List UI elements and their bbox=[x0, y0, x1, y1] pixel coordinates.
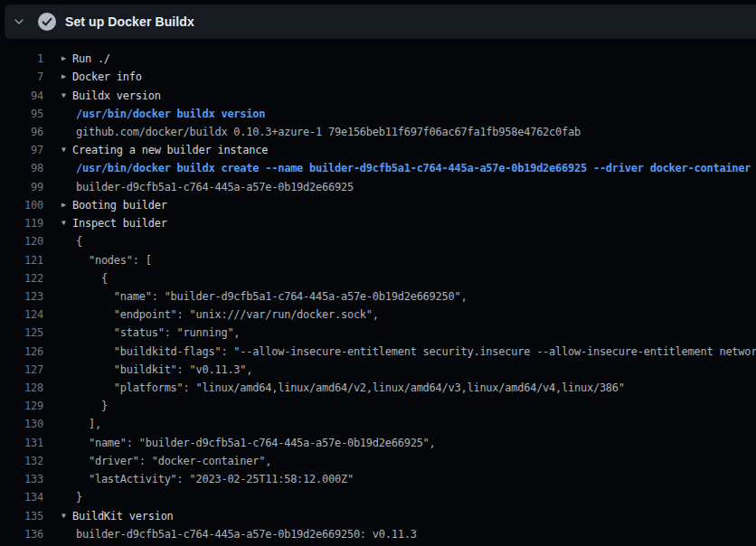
line-number[interactable]: 136 bbox=[0, 528, 43, 541]
line-number[interactable]: 119 bbox=[0, 217, 43, 230]
triangle-expanded-icon[interactable]: ▼ bbox=[61, 220, 72, 227]
line-number[interactable]: 120 bbox=[0, 235, 43, 248]
log-line-row: 129 } bbox=[0, 397, 756, 415]
line-number[interactable]: 122 bbox=[0, 272, 43, 285]
line-number[interactable]: 131 bbox=[0, 437, 43, 449]
step-title: Set up Docker Buildx bbox=[65, 14, 194, 29]
log-group-row[interactable]: 119▼Inspect builder bbox=[0, 214, 756, 232]
triangle-expanded-icon[interactable]: ▼ bbox=[61, 146, 72, 154]
line-number[interactable]: 128 bbox=[0, 381, 43, 394]
group-label[interactable]: Docker info bbox=[72, 71, 142, 83]
line-number[interactable]: 132 bbox=[0, 455, 43, 467]
log-line-row: 95/usr/bin/docker buildx version bbox=[0, 105, 756, 123]
log-line-row: 98/usr/bin/docker buildx create --name b… bbox=[0, 159, 756, 177]
step-header[interactable]: Set up Docker Buildx bbox=[5, 5, 756, 39]
line-number[interactable]: 123 bbox=[0, 290, 43, 303]
line-number[interactable]: 130 bbox=[0, 418, 43, 430]
triangle-collapsed-icon[interactable]: ▶ bbox=[61, 73, 72, 80]
triangle-collapsed-icon[interactable]: ▶ bbox=[61, 202, 72, 209]
line-number[interactable]: 95 bbox=[0, 108, 43, 120]
group-label[interactable]: BuildKit version bbox=[72, 510, 174, 522]
actions-log-viewer: Set up Docker Buildx 1▶Run ./7▶Docker in… bbox=[0, 0, 756, 546]
group-label[interactable]: Run ./ bbox=[72, 52, 110, 65]
log-line-row: 134} bbox=[0, 488, 756, 506]
log-line-row: 128 "platforms": "linux/amd64,linux/amd6… bbox=[0, 379, 756, 397]
log-line-row: 132 "driver": "docker-container", bbox=[0, 452, 756, 470]
line-number[interactable]: 100 bbox=[0, 199, 43, 212]
log-group-row[interactable]: 97▼Creating a new builder instance bbox=[0, 141, 756, 159]
line-number[interactable]: 97 bbox=[0, 144, 43, 156]
line-number[interactable]: 124 bbox=[0, 308, 43, 321]
group-label[interactable]: Booting builder bbox=[72, 199, 167, 212]
line-number[interactable]: 125 bbox=[0, 326, 43, 339]
log-text: "buildkit": "v0.11.3", bbox=[76, 363, 252, 376]
log-line-row: 99builder-d9cfb5a1-c764-445a-a57e-0b19d2… bbox=[0, 178, 756, 196]
log-text: builder-d9cfb5a1-c764-445a-a57e-0b19d2e6… bbox=[76, 181, 354, 193]
log-text: "status": "running", bbox=[76, 326, 240, 339]
line-number[interactable]: 126 bbox=[0, 345, 43, 358]
log-group-row[interactable]: 100▶Booting builder bbox=[0, 196, 756, 214]
line-number[interactable]: 98 bbox=[0, 162, 43, 174]
line-number[interactable]: 129 bbox=[0, 400, 43, 412]
log-line-row: 126 "buildkitd-flags": "--allow-insecure… bbox=[0, 343, 756, 361]
log-text: "buildkitd-flags": "--allow-insecure-ent… bbox=[76, 345, 756, 358]
line-number[interactable]: 7 bbox=[0, 71, 43, 83]
log-text: "name": "builder-d9cfb5a1-c764-445a-a57e… bbox=[76, 290, 467, 303]
triangle-expanded-icon[interactable]: ▼ bbox=[61, 513, 72, 520]
log-text: "driver": "docker-container", bbox=[76, 455, 271, 467]
log-line-row: 136builder-d9cfb5a1-c764-445a-a57e-0b19d… bbox=[0, 525, 756, 543]
line-number[interactable]: 127 bbox=[0, 363, 43, 376]
log-line-row: 133 "lastActivity": "2023-02-25T11:58:12… bbox=[0, 470, 756, 488]
line-number[interactable]: 96 bbox=[0, 126, 43, 138]
line-number[interactable]: 1 bbox=[0, 52, 43, 65]
line-number[interactable]: 121 bbox=[0, 254, 43, 267]
log-text: builder-d9cfb5a1-c764-445a-a57e-0b19d2e6… bbox=[76, 528, 417, 541]
log-line-row: 127 "buildkit": "v0.11.3", bbox=[0, 361, 756, 379]
log-line-row: 130 ], bbox=[0, 415, 756, 433]
log-line-row: 120{ bbox=[0, 232, 756, 250]
log-line-row: 96github.com/docker/buildx 0.10.3+azure-… bbox=[0, 123, 756, 141]
line-number[interactable]: 133 bbox=[0, 473, 43, 485]
group-label[interactable]: Creating a new builder instance bbox=[72, 144, 268, 156]
chevron-down-icon[interactable] bbox=[14, 16, 24, 27]
command-text: /usr/bin/docker buildx version bbox=[76, 108, 265, 120]
line-number[interactable]: 134 bbox=[0, 491, 43, 504]
log-text: ], bbox=[76, 418, 101, 430]
log-text: } bbox=[76, 400, 108, 412]
log-text: } bbox=[76, 491, 82, 504]
command-text: /usr/bin/docker buildx create --name bui… bbox=[76, 162, 751, 174]
log-text: "lastActivity": "2023-02-25T11:58:12.000… bbox=[76, 473, 354, 485]
log-text: "platforms": "linux/amd64,linux/amd64/v2… bbox=[76, 381, 625, 394]
log-group-row[interactable]: 1▶Run ./ bbox=[0, 50, 756, 68]
log-group-row[interactable]: 94▼Buildx version bbox=[0, 86, 756, 104]
group-label[interactable]: Buildx version bbox=[72, 89, 161, 102]
log-group-row[interactable]: 7▶Docker info bbox=[0, 68, 756, 86]
log-text: { bbox=[76, 272, 108, 285]
line-number[interactable]: 135 bbox=[0, 510, 43, 522]
triangle-collapsed-icon[interactable]: ▶ bbox=[61, 55, 72, 62]
line-number[interactable]: 99 bbox=[0, 181, 43, 193]
log-line-row: 131 "name": "builder-d9cfb5a1-c764-445a-… bbox=[0, 434, 756, 452]
log-line-row: 124 "endpoint": "unix:///var/run/docker.… bbox=[0, 306, 756, 324]
log-line-row: 125 "status": "running", bbox=[0, 324, 756, 342]
group-label[interactable]: Inspect builder bbox=[72, 217, 167, 230]
log-text: "nodes": [ bbox=[76, 254, 152, 267]
log-text: "endpoint": "unix:///var/run/docker.sock… bbox=[76, 308, 379, 321]
log-line-row: 122 { bbox=[0, 269, 756, 287]
log-line-row: 121 "nodes": [ bbox=[0, 250, 756, 268]
log-text: { bbox=[76, 235, 82, 248]
log-lines: 1▶Run ./7▶Docker info94▼Buildx version95… bbox=[0, 50, 756, 543]
check-circle-icon bbox=[37, 12, 57, 32]
triangle-expanded-icon[interactable]: ▼ bbox=[61, 92, 72, 99]
log-text: "name": "builder-d9cfb5a1-c764-445a-a57e… bbox=[76, 437, 436, 449]
line-number[interactable]: 94 bbox=[0, 89, 43, 102]
log-line-row: 123 "name": "builder-d9cfb5a1-c764-445a-… bbox=[0, 287, 756, 306]
log-text: github.com/docker/buildx 0.10.3+azure-1 … bbox=[76, 126, 581, 138]
log-group-row[interactable]: 135▼BuildKit version bbox=[0, 506, 756, 524]
